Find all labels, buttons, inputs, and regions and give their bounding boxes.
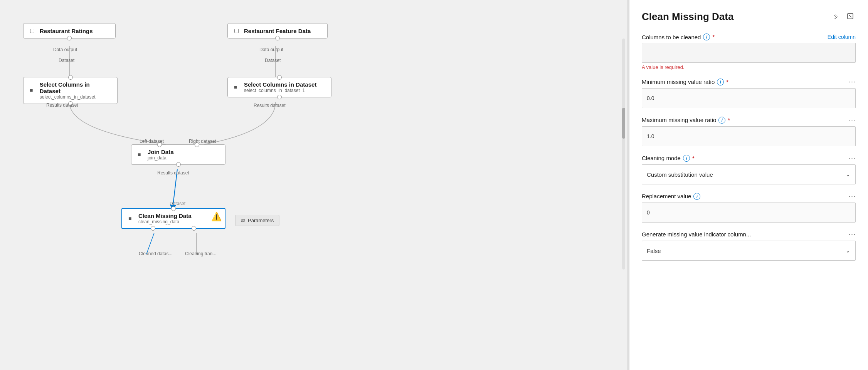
node-subtitle-6: clean_missing_data [138,219,192,224]
output-port[interactable] [67,36,72,40]
warning-badge: ⚠️ [211,212,222,222]
clean-icon: ■ [128,215,135,222]
max-ratio-more[interactable]: ··· [849,116,856,124]
parameters-button[interactable]: ⚖ Parameters [235,215,279,226]
max-ratio-required: * [728,117,730,123]
canvas-area: ▢ Restaurant Ratings Data output Dataset… [0,0,627,370]
input-port-4[interactable] [277,75,282,80]
cleaning-mode-info-icon[interactable]: i [683,155,690,162]
node-restaurant-ratings[interactable]: ▢ Restaurant Ratings [23,23,116,39]
max-ratio-label: Maximum missing value ratio [642,117,716,123]
left-dataset-label: Left dataset [140,139,164,144]
results-label-1: Results dataset [46,102,78,108]
generate-indicator-select-wrapper: False True ⌄ [642,241,856,261]
min-ratio-more[interactable]: ··· [849,78,856,86]
replacement-value-info-icon[interactable]: i [693,193,700,200]
svg-line-6 [849,15,851,17]
max-ratio-label-row: Maximum missing value ratio i * ··· [642,116,856,124]
data-output-label-2: Data output [259,47,283,52]
replacement-value-input[interactable] [642,203,856,223]
generate-indicator-label-left: Generate missing value indicator column.… [642,231,751,238]
cleaning-tran-label: Cleaning tran... [185,251,216,256]
replacement-value-label-left: Replacement value i [642,193,700,200]
node-clean-missing-data[interactable]: ■ Clean Missing Data clean_missing_data … [121,208,225,229]
dataset-label-3: Dataset [170,201,185,206]
generate-indicator-group: Generate missing value indicator column.… [642,230,856,261]
node-subtitle-4: select_columns_in_dataset_1 [244,88,316,93]
panel-title: Clean Missing Data [642,11,733,23]
min-ratio-info-icon[interactable]: i [717,79,724,85]
min-ratio-input[interactable] [642,88,856,108]
output-port-4[interactable] [277,95,282,99]
columns-label-row: Columns to be cleaned i * Edit column [642,33,856,40]
node-title-4: Select Columns in Dataset [244,81,316,88]
replacement-value-more[interactable]: ··· [849,192,856,200]
input-port-6[interactable] [171,206,176,211]
pin-icon [846,12,854,22]
join-icon: ■ [138,151,145,158]
columns-label: Columns to be cleaned [642,34,701,40]
node-title-5: Join Data [148,149,174,155]
min-ratio-label-left: Minimum missing value ratio i * [642,79,728,85]
min-ratio-required: * [726,79,728,85]
cleaning-mode-required: * [692,155,694,161]
node-select-columns-1[interactable]: ■ Select Columns in Dataset select_colum… [23,77,118,104]
node-title-3: Select Columns in Dataset [40,81,111,94]
cleaning-mode-label-row: Cleaning mode i * ··· [642,154,856,162]
node-subtitle-5: join_data [148,155,174,161]
generate-indicator-more[interactable]: ··· [849,230,856,238]
dataset-icon-2: ▢ [234,27,241,34]
node-subtitle-3: select_columns_in_dataset [40,94,111,100]
max-ratio-info-icon[interactable]: i [718,117,725,124]
validation-error: A value is required. [642,64,856,70]
min-ratio-label-row: Minimum missing value ratio i * ··· [642,78,856,86]
columns-required: * [712,34,714,40]
columns-input[interactable] [642,43,856,63]
dataset-label-1: Dataset [59,58,74,63]
results-label-3: Results dataset [157,170,189,176]
select-col-icon-1: ■ [30,87,37,94]
min-ratio-label: Minimum missing value ratio [642,79,715,85]
max-ratio-label-left: Maximum missing value ratio i * [642,117,730,124]
edit-column-link[interactable]: Edit column [828,34,856,40]
max-ratio-input[interactable] [642,126,856,146]
generate-indicator-select[interactable]: False True [642,241,856,261]
output-port-6b[interactable] [192,226,196,231]
data-output-label-1: Data output [53,47,77,52]
right-panel: Clean Missing Data ⨠ Columns to be clean… [629,0,868,370]
scrollbar-track [622,39,625,270]
node-join-data[interactable]: ■ Join Data join_data [131,144,225,165]
columns-label-left: Columns to be cleaned i * [642,33,715,40]
pin-button[interactable] [845,12,856,22]
right-dataset-label: Right dataset [189,139,216,144]
dataset-label-2: Dataset [265,58,281,63]
max-ratio-group: Maximum missing value ratio i * ··· [642,116,856,146]
params-label: Parameters [248,218,274,223]
output-port-2[interactable] [275,36,280,40]
cleaning-mode-label: Cleaning mode [642,155,681,161]
connection-lines [0,0,627,370]
cleaning-mode-select[interactable]: Custom substitution value Remove entire … [642,164,856,184]
expand-icon: ⨠ [833,13,839,20]
replacement-value-group: Replacement value i ··· [642,192,856,223]
scrollbar-thumb[interactable] [622,108,625,139]
node-title-6: Clean Missing Data [138,213,192,219]
columns-info-icon[interactable]: i [703,33,710,40]
node-select-columns-2[interactable]: ■ Select Columns in Dataset select_colum… [227,77,331,97]
cleaning-mode-group: Cleaning mode i * ··· Custom substitutio… [642,154,856,184]
params-icon: ⚖ [241,218,246,223]
node-restaurant-feature[interactable]: ▢ Restaurant Feature Data [227,23,328,39]
expand-button[interactable]: ⨠ [830,12,841,22]
select-col-icon-2: ■ [234,84,241,91]
panel-header: Clean Missing Data ⨠ [642,11,856,23]
generate-indicator-label-row: Generate missing value indicator column.… [642,230,856,238]
input-port-3[interactable] [68,75,73,80]
dataset-icon: ▢ [30,27,37,34]
replacement-value-label: Replacement value [642,193,691,199]
replacement-value-label-row: Replacement value i ··· [642,192,856,200]
cleaning-mode-more[interactable]: ··· [849,154,856,162]
output-port-5[interactable] [176,162,181,167]
output-port-6a[interactable] [151,226,155,231]
results-label-2: Results dataset [254,103,286,108]
columns-to-clean-group: Columns to be cleaned i * Edit column A … [642,33,856,70]
